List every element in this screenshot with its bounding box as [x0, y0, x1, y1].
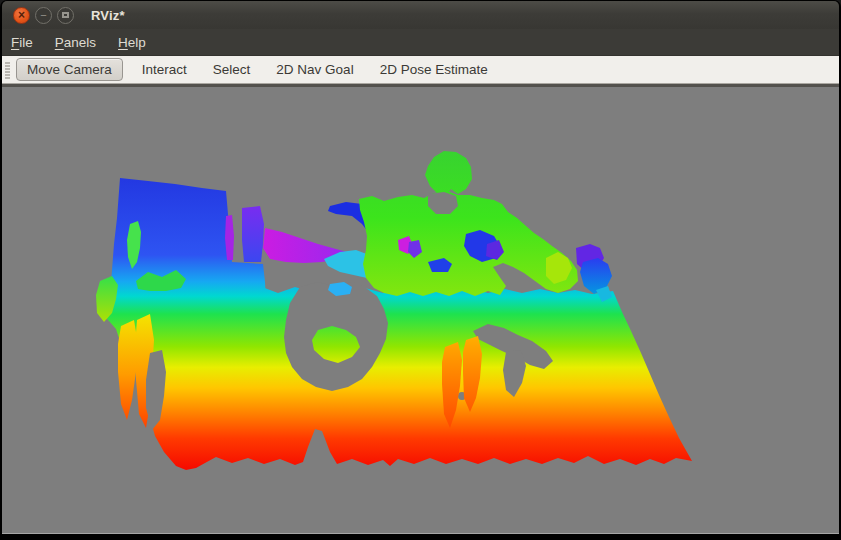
window-title: RViz*: [91, 8, 125, 23]
tool-2d-pose-estimate[interactable]: 2D Pose Estimate: [369, 58, 499, 81]
menu-help[interactable]: Help: [107, 31, 157, 54]
menu-bar: File Panels Help: [2, 29, 839, 56]
person-head: [425, 151, 472, 197]
tool-select[interactable]: Select: [202, 58, 262, 81]
menu-panels[interactable]: Panels: [44, 31, 107, 54]
maximize-button[interactable]: [57, 7, 74, 24]
close-icon: ×: [18, 9, 25, 21]
minimize-icon: −: [40, 10, 46, 21]
minimize-button[interactable]: −: [35, 7, 52, 24]
point-cloud: [96, 151, 692, 470]
tool-interact[interactable]: Interact: [131, 58, 198, 81]
indigo-strip: [242, 206, 264, 262]
render-viewport[interactable]: [2, 87, 839, 534]
tool-2d-nav-goal[interactable]: 2D Nav Goal: [265, 58, 364, 81]
rviz-window: × − RViz* File Panels Help Move Camera I…: [0, 0, 841, 540]
toolbar: Move Camera Interact Select 2D Nav Goal …: [2, 56, 839, 84]
maximize-icon: [62, 12, 69, 18]
point-cloud-canvas: [2, 87, 839, 533]
left-leg: [118, 320, 138, 420]
tool-move-camera[interactable]: Move Camera: [16, 58, 123, 81]
floor-plane: [100, 287, 692, 470]
menu-file[interactable]: File: [2, 31, 44, 54]
toolbar-drag-handle[interactable]: [5, 61, 10, 79]
title-bar[interactable]: × − RViz*: [2, 1, 839, 29]
close-button[interactable]: ×: [13, 7, 30, 24]
